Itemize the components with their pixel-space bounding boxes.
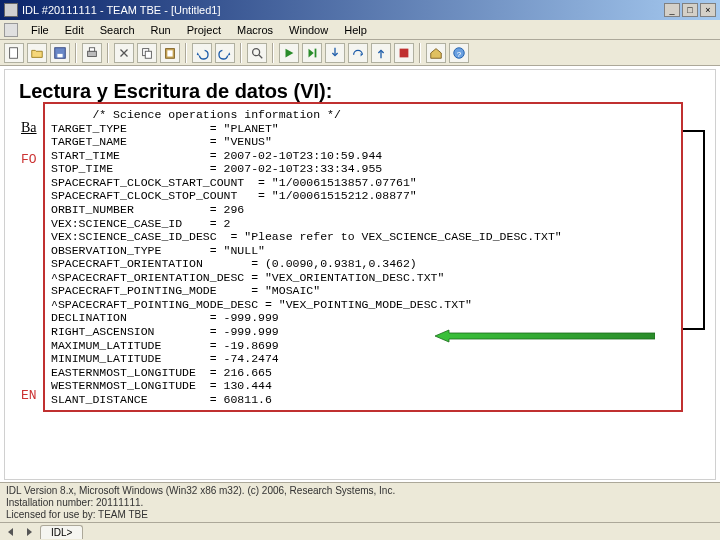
menu-help[interactable]: Help xyxy=(337,22,374,38)
step-into-icon xyxy=(328,46,342,60)
cut-icon xyxy=(117,46,131,60)
open-folder-icon xyxy=(30,46,44,60)
help-icon: ? xyxy=(452,46,466,60)
svg-point-9 xyxy=(253,48,260,55)
editor-area: Lectura y Escritura de datos (VI): Ba FO… xyxy=(0,66,720,482)
menu-edit[interactable]: Edit xyxy=(58,22,91,38)
document-icon xyxy=(4,23,18,37)
stop-button[interactable] xyxy=(394,43,414,63)
minimize-button[interactable]: _ xyxy=(664,3,680,17)
console-info: IDL Version 8.x, Microsoft Windows (Win3… xyxy=(0,482,720,522)
code-box: /* Science operations information */ TAR… xyxy=(43,102,683,412)
print-icon xyxy=(85,46,99,60)
label-ba: Ba xyxy=(21,120,37,136)
window-controls: _ □ × xyxy=(664,3,716,17)
redo-icon xyxy=(218,46,232,60)
undo-button[interactable] xyxy=(192,43,212,63)
svg-rect-8 xyxy=(167,50,172,56)
paste-button[interactable] xyxy=(160,43,180,63)
title-bar: IDL #20111111 - TEAM TBE - [Untitled1] _… xyxy=(0,0,720,20)
menu-project[interactable]: Project xyxy=(180,22,228,38)
prompt-next-icon[interactable] xyxy=(22,526,36,538)
svg-rect-0 xyxy=(10,47,18,58)
svg-rect-10 xyxy=(315,48,317,57)
help-button[interactable]: ? xyxy=(449,43,469,63)
menu-macros[interactable]: Macros xyxy=(230,22,280,38)
info-line-2: Installation number: 20111111. xyxy=(6,497,714,509)
app-icon xyxy=(4,3,18,17)
run-button[interactable] xyxy=(279,43,299,63)
menu-run[interactable]: Run xyxy=(144,22,178,38)
find-icon xyxy=(250,46,264,60)
menu-window[interactable]: Window xyxy=(282,22,335,38)
save-button[interactable] xyxy=(50,43,70,63)
run-icon xyxy=(282,46,296,60)
slide-title: Lectura y Escritura de datos (VI): xyxy=(19,80,701,103)
svg-rect-6 xyxy=(145,51,151,58)
step-button[interactable] xyxy=(302,43,322,63)
home-icon xyxy=(429,46,443,60)
menu-search[interactable]: Search xyxy=(93,22,142,38)
maximize-button[interactable]: □ xyxy=(682,3,698,17)
svg-rect-4 xyxy=(89,47,94,51)
step-icon xyxy=(305,46,319,60)
window-title: IDL #20111111 - TEAM TBE - [Untitled1] xyxy=(22,4,221,16)
save-icon xyxy=(53,46,67,60)
copy-icon xyxy=(140,46,154,60)
svg-rect-11 xyxy=(400,48,409,57)
label-fo: FO xyxy=(21,152,37,167)
svg-text:?: ? xyxy=(457,49,462,58)
slide-panel: Lectura y Escritura de datos (VI): Ba FO… xyxy=(4,69,716,480)
open-button[interactable] xyxy=(27,43,47,63)
menu-file[interactable]: File xyxy=(24,22,56,38)
stop-icon xyxy=(397,46,411,60)
menu-bar: File Edit Search Run Project Macros Wind… xyxy=(0,20,720,40)
step-out-button[interactable] xyxy=(371,43,391,63)
prompt-prev-icon[interactable] xyxy=(4,526,18,538)
cut-button[interactable] xyxy=(114,43,134,63)
redo-button[interactable] xyxy=(215,43,235,63)
undo-icon xyxy=(195,46,209,60)
home-button[interactable] xyxy=(426,43,446,63)
info-line-1: IDL Version 8.x, Microsoft Windows (Win3… xyxy=(6,485,714,497)
prompt-tab[interactable]: IDL> xyxy=(40,525,83,539)
step-out-icon xyxy=(374,46,388,60)
paste-icon xyxy=(163,46,177,60)
step-over-icon xyxy=(351,46,365,60)
find-button[interactable] xyxy=(247,43,267,63)
label-en: EN xyxy=(21,388,37,403)
prompt-tab-bar: IDL> xyxy=(0,522,720,540)
step-over-button[interactable] xyxy=(348,43,368,63)
new-file-button[interactable] xyxy=(4,43,24,63)
svg-rect-2 xyxy=(57,53,62,57)
new-file-icon xyxy=(7,46,21,60)
svg-rect-3 xyxy=(88,51,97,56)
copy-button[interactable] xyxy=(137,43,157,63)
close-button[interactable]: × xyxy=(700,3,716,17)
print-button[interactable] xyxy=(82,43,102,63)
info-line-3: Licensed for use by: TEAM TBE xyxy=(6,509,714,521)
step-into-button[interactable] xyxy=(325,43,345,63)
toolbar: ? xyxy=(0,40,720,66)
